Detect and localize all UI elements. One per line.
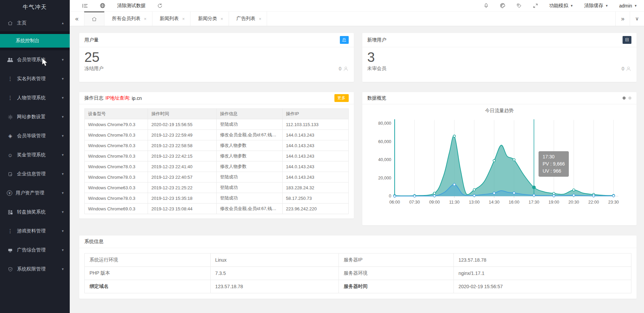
- cell: 登陆成功: [216, 172, 282, 182]
- total-badge[interactable]: 总: [340, 36, 349, 44]
- close-icon[interactable]: ×: [259, 16, 262, 21]
- shield-check-icon: [7, 267, 14, 272]
- tabs-menu-button[interactable]: ∨: [630, 12, 644, 26]
- sidebar-item-label: 系统控制台: [16, 38, 39, 44]
- function-simulate-dropdown[interactable]: 功能模拟 ▼: [549, 3, 573, 9]
- cell: 2019-12-23 22:58:58: [148, 140, 217, 151]
- sidebar-item-lottery[interactable]: 转盘抽奖系统 ▼: [0, 203, 70, 222]
- cell: 144.0.143.243: [282, 140, 348, 151]
- cell: 2019-12-23 22:40:57: [148, 172, 217, 182]
- caret-up-icon: ▲: [61, 21, 64, 25]
- tab-label: 新闻列表: [160, 16, 179, 22]
- sidebar-item-game-data[interactable]: ⋮ 游戏资料管理 ▼: [0, 222, 70, 241]
- sys-value: 123.57.18.78: [453, 254, 631, 267]
- dots-icon: ⋮: [7, 76, 14, 82]
- theme-palette-icon[interactable]: [500, 3, 506, 8]
- close-icon[interactable]: ×: [144, 16, 147, 21]
- cell: Windows Chrome78.0.3: [85, 172, 148, 182]
- fullscreen-icon[interactable]: [533, 3, 538, 8]
- svg-text:07:30: 07:30: [409, 200, 419, 205]
- tabbar: « 所有会员列表 × 新闻列表 × 新闻分类 × 广告列表 × » ∨: [70, 12, 644, 26]
- carousel-dot-active[interactable]: [623, 97, 626, 100]
- sidebar-item-label: 系统权限管理: [17, 266, 46, 272]
- table-row: Windows Chrome63.0.32019-12-23 21:25:22登…: [85, 182, 349, 193]
- card-title: 用户量: [84, 37, 99, 43]
- traffic-chart[interactable]: 今日流量趋势 06:0007:3009:0011:3013:0014:3016:…: [362, 104, 637, 223]
- sidebar-item-realname[interactable]: ⋮ 实名列表管理 ▼: [0, 69, 70, 88]
- note-icon: [7, 172, 14, 177]
- admin-user-dropdown[interactable]: admin ▼: [619, 3, 637, 8]
- sidebar-item-members[interactable]: 会员管理系统 ▼: [0, 50, 70, 69]
- bell-icon[interactable]: [483, 3, 489, 8]
- stats-row: 用户量 总 25 冻结用户 0 新增用户: [79, 33, 637, 82]
- clear-test-data-button[interactable]: 清除测试数据: [117, 3, 146, 9]
- close-icon[interactable]: ×: [220, 16, 223, 21]
- cell: 144.0.143.243: [282, 161, 348, 172]
- tab-all-members[interactable]: 所有会员列表 ×: [104, 12, 152, 26]
- sidebar-item-company-info[interactable]: 企业信息管理 ▼: [0, 164, 70, 184]
- sys-value: 7.3.5: [210, 267, 339, 280]
- stat-footer-value-wrap: 0: [622, 66, 631, 72]
- middle-row: 操作日志 IP地址查询: ip.cn 更多 设备型号 操作时间 操作信息 操作I…: [79, 92, 637, 225]
- sidebar-nav: 主页 ▲ 系统控制台 会员管理系统 ▼ ⋮ 实名列表管理 ▼ ⋮ 人物管理系统 …: [0, 15, 70, 279]
- card-title: 新增用户: [367, 37, 386, 43]
- caret-down-icon: ▼: [61, 267, 64, 271]
- ip-query-link[interactable]: ip.cn: [132, 95, 142, 101]
- sidebar-item-site-params[interactable]: 网站参数设置 ▼: [0, 107, 70, 126]
- stat-footer-value: 0: [622, 66, 624, 71]
- gear-icon: [7, 115, 14, 120]
- tabs-scroll-right-button[interactable]: »: [615, 12, 630, 26]
- svg-text:20:30: 20:30: [568, 200, 579, 205]
- grid-icon: [7, 210, 14, 215]
- more-button[interactable]: 更多: [334, 94, 349, 102]
- sidebar-item-home[interactable]: 主页 ▲: [0, 15, 70, 31]
- cell: 修改人物参数: [216, 140, 282, 151]
- sidebar-item-ads[interactable]: 广告综合管理 ▼: [0, 241, 70, 260]
- caret-down-icon: ▼: [61, 172, 64, 176]
- cell: Windows Chrome78.0.3: [85, 161, 148, 172]
- sidebar-item-console[interactable]: 系统控制台: [0, 34, 70, 48]
- tab-news-category[interactable]: 新闻分类 ×: [191, 12, 229, 26]
- sidebar-item-label: 广告综合管理: [17, 247, 46, 253]
- svg-text:20,000: 20,000: [378, 176, 391, 180]
- cell: Windows Chrome79.0.3: [85, 119, 148, 130]
- users-icon: [7, 57, 14, 62]
- cell: 修改人物参数: [216, 161, 282, 172]
- card-header: 系统信息: [79, 236, 637, 248]
- refresh-icon[interactable]: [157, 3, 163, 8]
- daily-badge[interactable]: 日: [623, 36, 631, 44]
- sidebar-item-label: 用户资产管理: [16, 190, 44, 196]
- globe-icon[interactable]: [100, 3, 105, 8]
- dropdown-label: 功能模拟: [549, 3, 568, 9]
- sidebar-item-permissions[interactable]: 系统权限管理 ▼: [0, 260, 70, 279]
- cell: 修改人物参数: [216, 151, 282, 161]
- clear-cache-dropdown[interactable]: 清除缓存 ▼: [584, 3, 608, 9]
- sidebar-item-bonus[interactable]: ☺ 奖金管理系统 ▼: [0, 145, 70, 164]
- carousel-dot[interactable]: [628, 97, 631, 100]
- tag-icon[interactable]: [516, 3, 522, 8]
- caret-down-icon: ▼: [634, 4, 637, 7]
- tab-news-list[interactable]: 新闻列表 ×: [152, 12, 191, 26]
- diamond-icon: ◈: [7, 133, 14, 139]
- sidebar-item-label: 奖金管理系统: [17, 152, 46, 158]
- collapse-sidebar-icon[interactable]: [82, 3, 88, 8]
- tabs-scroll-left-button[interactable]: «: [70, 12, 84, 26]
- sys-value: 2020-02-19 15:56:57: [453, 280, 631, 293]
- cell: 112.103.115.133: [282, 119, 348, 130]
- tab-home[interactable]: [84, 12, 104, 26]
- tab-ads-list[interactable]: 广告列表 ×: [229, 12, 267, 26]
- sidebar-item-label: 会员管理系统: [17, 57, 46, 63]
- table-row: Windows Chrome69.0.32019-12-23 15:08:44修…: [85, 204, 349, 214]
- svg-text:13:00: 13:00: [469, 200, 479, 205]
- table-row: Windows Chrome78.0.32019-12-23 15:35:18登…: [85, 193, 349, 204]
- svg-text:40,000: 40,000: [378, 157, 391, 162]
- sidebar-item-member-levels[interactable]: ◈ 会员等级管理 ▼: [0, 126, 70, 145]
- sidebar-item-user-assets[interactable]: ¥ 用户资产管理 ▼: [0, 184, 70, 203]
- sidebar-item-characters[interactable]: ⋮ 人物管理系统 ▼: [0, 88, 70, 107]
- card-body: 3 未审会员 0: [362, 47, 637, 72]
- col-ip: 操作IP: [282, 109, 348, 119]
- svg-text:09:00: 09:00: [429, 200, 440, 205]
- close-icon[interactable]: ×: [182, 16, 185, 21]
- card-header: 操作日志 IP地址查询: ip.cn 更多: [79, 92, 354, 104]
- smiley-icon: ☺: [7, 152, 14, 158]
